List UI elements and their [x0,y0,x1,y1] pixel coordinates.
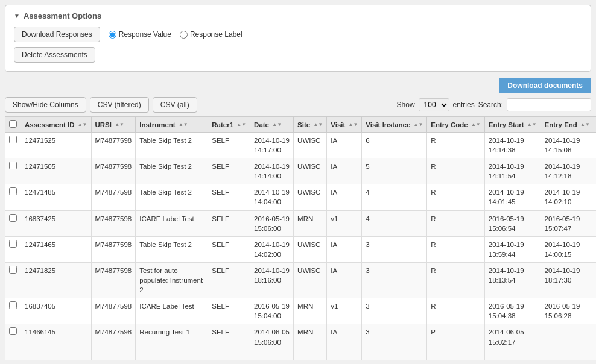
csv-filtered-button[interactable]: CSV (filtered) [90,97,149,113]
row-assessment-id: 16837405 [21,298,92,324]
row-checkbox-cell [5,184,21,210]
th-entry-code[interactable]: Entry Code ▲▼ [427,117,484,133]
response-value-radio[interactable] [109,31,116,39]
row-assessment-id: 12471465 [21,236,92,262]
row-assessment-id: 12471525 [21,133,92,158]
panel-row-download: Download Responses Response Value Respon… [14,27,582,42]
row-entry-end: 2014-10-19 14:12:18 [541,158,594,184]
row-checkbox[interactable] [9,240,17,248]
row-date: 2016-05-19 15:06:00 [250,210,294,236]
row-checkbox[interactable] [9,162,17,169]
row-checkbox[interactable] [9,187,17,195]
row-checkbox[interactable] [9,327,17,335]
row-checkbox[interactable] [9,136,17,143]
row-visit: v1 [327,298,362,324]
row-checkbox-cell [5,158,21,184]
show-hide-columns-button[interactable]: Show/Hide Columns [5,97,86,113]
row-visit-instance: 6 [362,133,427,158]
show-label: Show [397,101,415,109]
th-visit-instance[interactable]: Visit Instance ▲▼ [362,117,427,133]
row-ursi: M74877598 [91,210,136,236]
row-assessment-id: 12471485 [21,184,92,210]
row-visit: IA [327,184,362,210]
table-row: 12471525M74877598Table Skip Test 2SELF20… [5,133,597,158]
csv-all-button[interactable]: CSV (all) [153,97,197,113]
th-assessment-id[interactable]: Assessment ID ▲▼ [21,117,92,133]
row-ursi: M74877598 [91,262,136,298]
entries-select[interactable]: 100 25 50 [419,98,449,111]
row-instrument: Table Skip Test 2 [136,133,208,158]
row-instrument: Table Skip Test 2 [136,184,208,210]
table-row: 12471825M74877598Test for auto populate:… [5,262,597,298]
th-entry-end[interactable]: Entry End ▲▼ [541,117,594,133]
response-label-radio[interactable] [180,31,188,39]
th-visit[interactable]: Visit ▲▼ [327,117,362,133]
radio-group: Response Value Response Label [109,30,243,39]
row-visit: IA [327,158,362,184]
th-instrument[interactable]: Instrument ▲▼ [136,117,208,133]
panel-body: Download Responses Response Value Respon… [14,27,582,63]
assessment-options-panel: ▼ Assessment Options Download Responses … [5,5,591,72]
panel-header: ▼ Assessment Options [14,11,582,20]
row-ursi: M74877598 [91,133,136,158]
row-visit-instance: 4 [362,184,427,210]
row-checkbox-cell [5,262,21,298]
table-row: 12471505M74877598Table Skip Test 2SELF20… [5,158,597,184]
th-rater1[interactable]: Rater1 ▲▼ [208,117,250,133]
row-checkbox[interactable] [9,266,17,274]
th-entry-start[interactable]: Entry Start ▲▼ [484,117,541,133]
row-ursi: M74877598 [91,158,136,184]
download-responses-button[interactable]: Download Responses [14,27,100,42]
response-label-radio-label[interactable]: Response Label [180,30,243,39]
row-entry-start: 2014-10-19 14:01:45 [484,184,541,210]
response-value-radio-label[interactable]: Response Value [109,30,171,39]
row-user: P2_TEST1 [594,184,596,210]
th-ursi[interactable]: URSI ▲▼ [91,117,136,133]
row-user: P2_TEST1 [594,133,596,158]
row-rater1: SELF [208,158,250,184]
sort-arrows-ursi: ▲▼ [115,122,124,127]
row-date: 2014-10-19 14:02:00 [250,236,294,262]
th-date[interactable]: Date ▲▼ [250,117,294,133]
row-user: P2_TEST1 [594,262,596,298]
row-checkbox[interactable] [9,214,17,222]
row-checkbox-cell [5,298,21,324]
sort-arrows-instrument: ▲▼ [179,122,188,127]
row-visit: IA [327,236,362,262]
row-rater1: SELF [208,262,250,298]
sort-arrows-site: ▲▼ [313,122,323,127]
sort-arrows-entry-start: ▲▼ [527,122,537,127]
row-entry-start: 2016-05-19 15:04:38 [484,298,541,324]
row-user: P2_TEST1 [594,210,596,236]
row-rater1: SELF [208,298,250,324]
row-visit-instance: 3 [362,262,427,298]
delete-assessments-button[interactable]: Delete Assessments [14,47,95,63]
page-wrapper: ▼ Assessment Options Download Responses … [0,0,596,364]
row-ursi: M74877598 [91,184,136,210]
row-instrument: ICARE Label Test [136,298,208,324]
row-entry-end: 2014-10-19 18:17:30 [541,262,594,298]
row-date: 2014-10-19 18:16:00 [250,262,294,298]
th-checkbox[interactable] [5,117,21,133]
row-site: MRN [294,298,327,324]
row-assessment-id: 16837425 [21,210,92,236]
row-visit-instance: 4 [362,210,427,236]
th-site[interactable]: Site ▲▼ [294,117,327,133]
row-site: UWISC [294,133,327,158]
row-assessment-id: 11466145 [21,324,92,360]
sort-arrows-visit-instance: ▲▼ [414,122,423,127]
select-all-checkbox[interactable] [9,120,17,128]
row-user: P2_TEST1 [594,298,596,324]
panel-toggle-icon[interactable]: ▼ [14,13,20,19]
row-site: UWISC [294,158,327,184]
row-ursi: M74877598 [91,236,136,262]
row-checkbox-cell [5,133,21,158]
row-entry-start: 2014-10-19 14:14:38 [484,133,541,158]
row-checkbox[interactable] [9,301,17,309]
search-input[interactable] [507,98,591,111]
row-visit-instance: 3 [362,298,427,324]
row-ursi: M74877598 [91,298,136,324]
th-user[interactable]: User ▲▼ [594,117,596,133]
row-checkbox-cell [5,210,21,236]
download-documents-button[interactable]: Download documents [499,78,591,93]
